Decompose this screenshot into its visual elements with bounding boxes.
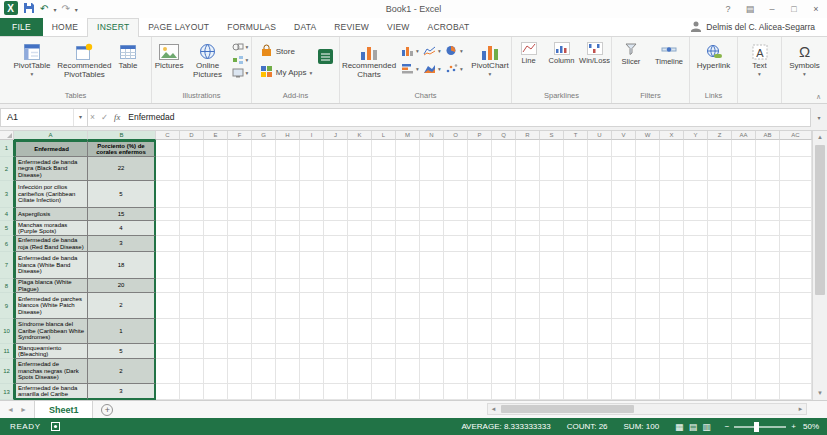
cell-X8[interactable] [660,279,684,293]
sheet-tab-sheet1[interactable]: Sheet1 [34,401,94,418]
symbols-menu-button[interactable]: Ω Symbols ▾ [787,39,822,77]
cancel-button[interactable]: × [90,112,95,122]
cell-Z12[interactable] [708,359,732,384]
vertical-scrollbar-thumb[interactable] [815,145,825,295]
cell-F7[interactable] [228,252,252,279]
column-header-A[interactable]: A [14,131,88,140]
row-header-7[interactable]: 7 [0,252,14,279]
tab-data[interactable]: DATA [285,18,325,36]
tab-view[interactable]: VIEW [378,18,419,36]
column-header-P[interactable]: P [468,131,492,140]
cell-W8[interactable] [636,279,660,293]
cell-C1[interactable] [156,140,180,157]
cell-X12[interactable] [660,359,684,384]
column-header-R[interactable]: R [516,131,540,140]
cell-Z6[interactable] [708,236,732,252]
scroll-left-icon[interactable]: ◄ [488,406,499,412]
cell-A3[interactable]: Infección por cilios caribeños (Caribbea… [14,181,88,208]
cell-G9[interactable] [252,293,276,319]
slicer-button[interactable]: Slicer [613,39,650,67]
cell-X3[interactable] [660,181,684,208]
cell-H12[interactable] [276,359,300,384]
cell-F5[interactable] [228,221,252,236]
row-header-13[interactable]: 13 [0,384,14,400]
cell-A4[interactable]: Aspergilosis [14,208,88,221]
cell-Z11[interactable] [708,344,732,359]
sparkline-winloss-button[interactable]: Win/Loss [578,39,611,66]
cell-N2[interactable] [420,157,444,181]
cell-U6[interactable] [588,236,612,252]
cell-K11[interactable] [348,344,372,359]
cell-B12[interactable]: 2 [88,359,156,384]
cell-V6[interactable] [612,236,636,252]
cell-H6[interactable] [276,236,300,252]
cell-S13[interactable] [540,384,564,400]
cell-Z2[interactable] [708,157,732,181]
recommended-pivottables-button[interactable]: Recommended PivotTables [52,39,116,79]
cell-F4[interactable] [228,208,252,221]
cell-P2[interactable] [468,157,492,181]
cell-S4[interactable] [540,208,564,221]
cell-K8[interactable] [348,279,372,293]
cell-D4[interactable] [180,208,204,221]
cell-Q4[interactable] [492,208,516,221]
cell-N7[interactable] [420,252,444,279]
tab-acrobat[interactable]: ACROBAT [419,18,479,36]
cell-D7[interactable] [180,252,204,279]
cell-H9[interactable] [276,293,300,319]
row-header-8[interactable]: 8 [0,279,14,293]
column-header-U[interactable]: U [588,131,612,140]
cell-R1[interactable] [516,140,540,157]
cell-M2[interactable] [396,157,420,181]
tab-review[interactable]: REVIEW [325,18,378,36]
cell-R8[interactable] [516,279,540,293]
cell-AA1[interactable] [732,140,756,157]
cell-W1[interactable] [636,140,660,157]
cell-L7[interactable] [372,252,396,279]
cell-E3[interactable] [204,181,228,208]
cell-R3[interactable] [516,181,540,208]
horizontal-scrollbar-thumb[interactable] [501,405,634,413]
cell-Q8[interactable] [492,279,516,293]
cell-N6[interactable] [420,236,444,252]
insert-scatter-chart-button[interactable]: ▾ [445,60,466,77]
cell-E5[interactable] [204,221,228,236]
row-header-12[interactable]: 12 [0,359,14,384]
cell-P4[interactable] [468,208,492,221]
scroll-up-icon[interactable]: ▲ [813,131,827,144]
ribbon-display-options-button[interactable]: ▤ [739,0,761,18]
cell-L4[interactable] [372,208,396,221]
zoom-level[interactable]: 50% [801,422,827,431]
cell-R13[interactable] [516,384,540,400]
zoom-out-button[interactable]: − [725,422,730,431]
column-header-Q[interactable]: Q [492,131,516,140]
cell-G6[interactable] [252,236,276,252]
cell-Q5[interactable] [492,221,516,236]
cell-N9[interactable] [420,293,444,319]
hyperlink-button[interactable]: Hyperlink [695,39,732,71]
cell-AC13[interactable] [780,384,812,400]
cell-I11[interactable] [300,344,324,359]
cell-F8[interactable] [228,279,252,293]
tab-home[interactable]: HOME [43,18,87,36]
cell-AB5[interactable] [756,221,780,236]
cell-J7[interactable] [324,252,348,279]
cell-Y12[interactable] [684,359,708,384]
cell-Q6[interactable] [492,236,516,252]
cell-Y7[interactable] [684,252,708,279]
cell-S6[interactable] [540,236,564,252]
cell-AB3[interactable] [756,181,780,208]
cell-M12[interactable] [396,359,420,384]
cell-Z1[interactable] [708,140,732,157]
cell-AC11[interactable] [780,344,812,359]
insert-column-chart-button[interactable]: ▾ [401,42,422,59]
vertical-scrollbar[interactable]: ▲ ▼ [812,131,827,400]
cell-AC6[interactable] [780,236,812,252]
cell-H11[interactable] [276,344,300,359]
store-button[interactable]: Store [258,43,314,60]
formula-input[interactable]: Enfermedad [122,108,811,127]
cell-Y10[interactable] [684,319,708,344]
cell-T2[interactable] [564,157,588,181]
cell-AB11[interactable] [756,344,780,359]
cell-Y11[interactable] [684,344,708,359]
